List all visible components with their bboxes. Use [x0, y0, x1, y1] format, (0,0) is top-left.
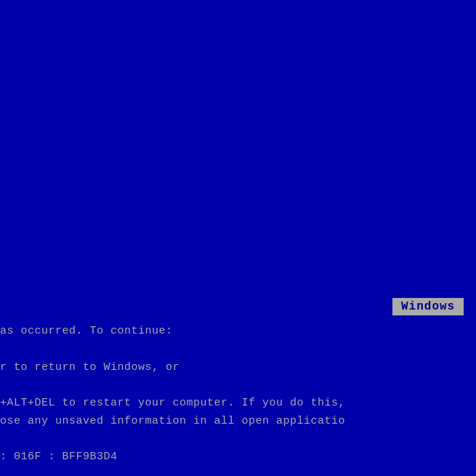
- bsod-line-1: as occurred. To continue:: [0, 323, 476, 341]
- windows-title-bar: Windows: [392, 298, 464, 315]
- bsod-text-block: as occurred. To continue: r to return to…: [0, 323, 476, 467]
- bsod-line-8: : 016F : BFF9B3D4: [0, 448, 476, 467]
- bsod-line-3: r to return to Windows, or: [0, 359, 476, 377]
- bsod-line-7: [0, 431, 476, 449]
- bsod-line-4: [0, 376, 476, 395]
- bsod-screen: Windows as occurred. To continue: r to r…: [0, 149, 476, 476]
- bsod-line-2: [0, 341, 476, 359]
- bsod-line-6: ose any unsaved information in all open …: [0, 413, 476, 431]
- bsod-line-5: +ALT+DEL to restart your computer. If yo…: [0, 395, 476, 413]
